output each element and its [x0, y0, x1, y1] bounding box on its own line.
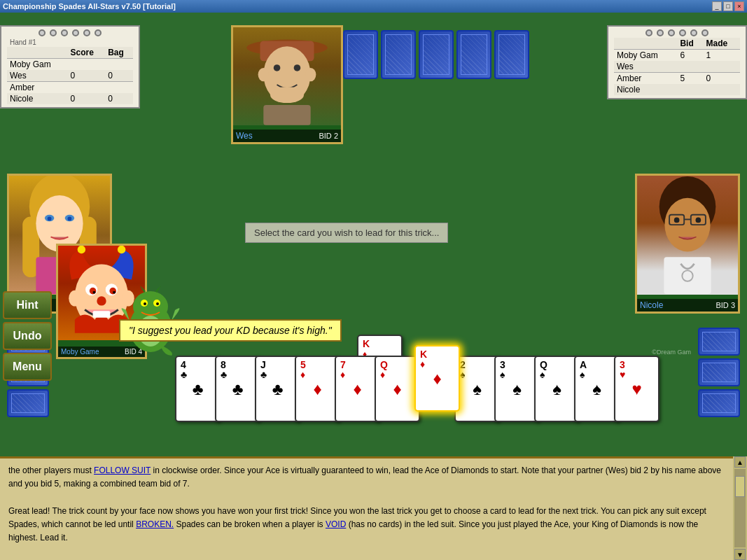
- scroll-down-arrow[interactable]: ▼: [734, 549, 746, 560]
- svg-point-5: [270, 87, 304, 103]
- hint-button[interactable]: Hint: [3, 291, 52, 319]
- card-2s-center: ♠: [473, 379, 482, 399]
- text-line2: Great lead! The trick count by your face…: [8, 505, 725, 545]
- card-back: [343, 30, 378, 79]
- card-qd-rank: Q♦: [380, 360, 388, 379]
- svg-point-41: [93, 291, 96, 294]
- card-as-center: ♠: [592, 379, 601, 399]
- maximize-button[interactable]: □: [723, 1, 733, 11]
- r-player4-bid: [677, 84, 703, 95]
- svg-point-16: [68, 217, 72, 221]
- score-table-right: Bid Made Moby Gam 6 1 Wes Amber 5 0 Nico…: [614, 38, 740, 95]
- wes-label: Wes BID 2: [233, 130, 341, 142]
- card-qd[interactable]: Q♦ ♦: [375, 356, 420, 422]
- menu-button[interactable]: Menu: [3, 353, 52, 381]
- player-portrait-wes: 0 Wes: [231, 25, 343, 144]
- copyright-text: ©Dream Gam: [652, 349, 691, 356]
- card-2s[interactable]: 2♠ ♠: [454, 356, 500, 422]
- player1-score: [68, 59, 106, 71]
- card-7d-center: ♦: [353, 379, 361, 399]
- void-link: VOID: [326, 519, 346, 529]
- text-scrollbar[interactable]: ▲ ▼: [733, 456, 747, 560]
- wes-art: [233, 27, 341, 125]
- r-player1-name: Moby Gam: [614, 50, 677, 62]
- score-panel-left: Hand #1 Score Bag Moby Gam Wes 0 0 Amber: [0, 25, 140, 108]
- r-player4-name: Nicole: [614, 84, 677, 95]
- card-7d[interactable]: 7♦ ♦: [335, 356, 380, 422]
- follow-suit-link: FOLLOW SUIT: [94, 465, 151, 475]
- wes-hand-cards: [343, 30, 529, 79]
- svg-point-32: [156, 302, 159, 305]
- player2-score: 0: [68, 70, 106, 82]
- player2-bag: 0: [105, 70, 133, 82]
- player2-name-left: Wes: [7, 70, 68, 82]
- svg-rect-44: [93, 311, 111, 318]
- card-8c-center: ♣: [232, 379, 244, 399]
- player3-score: [68, 82, 106, 94]
- card-7d-rank: 7♦: [340, 360, 346, 379]
- r-player2-made: [704, 61, 740, 73]
- card-8c[interactable]: 8♣ ♣: [215, 356, 260, 422]
- nicole-hand-cards: [698, 328, 740, 417]
- hand-label: Hand #1: [7, 38, 133, 47]
- card-3s-center: ♠: [512, 379, 522, 399]
- card-3s-rank: 3♠: [500, 360, 505, 379]
- card-back: [456, 30, 491, 79]
- card-kd-rank: K♦: [420, 349, 427, 369]
- card-2s-rank: 2♠: [460, 360, 466, 379]
- card-5d[interactable]: 5♦ ♦: [295, 356, 340, 422]
- title-bar: Championship Spades All-Stars v7.50 [Tut…: [0, 0, 747, 13]
- svg-point-3: [274, 64, 281, 71]
- moby-name: Moby Game: [61, 348, 99, 356]
- svg-point-15: [48, 217, 52, 221]
- score-panel-right: Bid Made Moby Gam 6 1 Wes Amber 5 0 Nico…: [607, 25, 747, 99]
- svg-point-8: [305, 68, 316, 81]
- svg-point-43: [97, 296, 106, 305]
- window-title: Championship Spades All-Stars v7.50 [Tut…: [3, 2, 176, 10]
- score-col-header: Score: [71, 48, 94, 57]
- card-qs[interactable]: Q♠ ♠: [534, 356, 580, 422]
- select-card-message: Select the card you wish to lead for thi…: [245, 223, 448, 243]
- made-col-header: Made: [706, 38, 728, 48]
- card-back: [698, 389, 740, 417]
- card-as[interactable]: A♠ ♠: [574, 356, 620, 422]
- card-jc[interactable]: J♣ ♣: [255, 356, 300, 422]
- window-controls[interactable]: _ □ ×: [712, 1, 744, 11]
- r-player1-made: 1: [704, 50, 740, 62]
- card-kd-center: ♦: [433, 369, 441, 388]
- card-5d-rank: 5♦: [300, 360, 306, 379]
- player-portrait-nicole: 0 N: [635, 174, 740, 314]
- card-back: [381, 30, 416, 79]
- tutorial-text-panel: the other players must FOLLOW SUIT in cl…: [0, 456, 733, 560]
- card-4c[interactable]: 4♣ ♣: [175, 356, 221, 422]
- card-qs-rank: Q♠: [540, 360, 547, 379]
- card-jc-rank: J♣: [260, 360, 267, 379]
- text-line1: the other players must FOLLOW SUIT in cl…: [8, 464, 725, 491]
- card-back: [698, 358, 740, 386]
- card-back: [494, 30, 529, 79]
- card-3h-rank: 3♥: [620, 360, 625, 379]
- card-qd-center: ♦: [393, 379, 401, 399]
- card-3s[interactable]: 3♠ ♠: [494, 356, 540, 422]
- nicole-art: [637, 176, 738, 295]
- player1-name-left: Moby Gam: [7, 59, 68, 71]
- close-button[interactable]: ×: [734, 1, 744, 11]
- undo-button[interactable]: Undo: [3, 322, 52, 350]
- card-3h[interactable]: 3♥ ♥: [614, 356, 659, 422]
- card-jc-center: ♣: [272, 379, 284, 399]
- r-player4-made: [704, 84, 740, 95]
- wes-bid: BID 2: [319, 132, 338, 140]
- svg-point-7: [258, 68, 269, 81]
- r-player3-bid: 5: [677, 73, 703, 85]
- card-kd[interactable]: K♦ ♦: [414, 345, 460, 412]
- card-as-rank: A♠: [580, 360, 587, 379]
- player3-bag: [105, 82, 133, 94]
- player-hand: 4♣ ♣ 8♣ ♣ J♣ ♣ 5♦ ♦ 7♦ ♦ Q♦ ♦ K♦: [175, 356, 659, 422]
- score-table-left: Score Bag Moby Gam Wes 0 0 Amber Nicole …: [7, 47, 133, 104]
- game-table: Hand #1 Score Bag Moby Gam Wes 0 0 Amber: [0, 13, 747, 468]
- minimize-button[interactable]: _: [712, 1, 722, 11]
- hint-dialog: "I suggest you lead your KD because it's…: [119, 319, 342, 342]
- nicole-bid: BID 3: [715, 301, 735, 309]
- scroll-up-arrow[interactable]: ▲: [734, 456, 746, 468]
- card-5d-center: ♦: [313, 379, 321, 399]
